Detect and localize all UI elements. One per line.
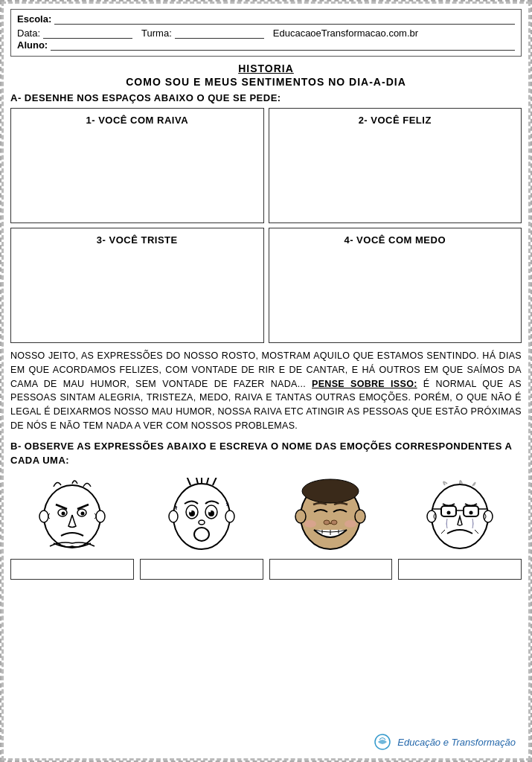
svg-point-47: [469, 510, 473, 514]
svg-point-7: [61, 511, 65, 515]
face-svg-1: [31, 478, 113, 552]
face-drawing-1: [24, 474, 121, 556]
turma-label: Turma:: [141, 28, 172, 39]
aluno-label: Aluno:: [17, 39, 48, 51]
svg-point-22: [208, 510, 211, 512]
svg-line-16: [213, 478, 217, 485]
svg-line-15: [207, 478, 209, 484]
aluno-field[interactable]: [51, 39, 515, 51]
svg-point-24: [194, 528, 209, 541]
drawing-box-3: 3- VOCÊ TRISTE: [10, 228, 264, 343]
svg-point-37: [427, 510, 436, 522]
title-section: HISTORIA COMO SOU E MEUS SENTIMENTOS NO …: [10, 63, 522, 88]
footer-logo-icon: [372, 734, 393, 750]
data-label: Data:: [17, 28, 40, 39]
svg-point-46: [447, 510, 451, 514]
drawing-box-1: 1- VOCÊ COM RAIVA: [10, 108, 264, 223]
svg-point-27: [355, 510, 365, 523]
drawing-grid: 1- VOCÊ COM RAIVA 2- VOCÊ FELIZ 3- VOCÊ …: [10, 108, 522, 343]
page: Escola: Data: Turma: EducacaoeTransforma…: [0, 0, 532, 762]
box-3-label: 3- VOCÊ TRISTE: [97, 234, 178, 246]
escola-label: Escola:: [17, 13, 51, 25]
footer-logo: Educação e Transformação: [372, 734, 516, 750]
svg-point-1: [39, 510, 48, 522]
svg-point-10: [169, 510, 178, 522]
svg-point-28: [302, 479, 359, 503]
pense-sobre-isso: PENSE SOBRE ISSO:: [312, 379, 417, 389]
face-drawing-3: [282, 474, 379, 556]
svg-point-30: [331, 520, 337, 525]
website-text: EducacaoeTransformacao.com.br: [273, 28, 418, 39]
svg-point-29: [324, 520, 330, 525]
drawing-box-4: 4- VOCÊ COM MEDO: [269, 228, 522, 343]
box-1-label: 1- VOCÊ COM RAIVA: [86, 115, 188, 126]
face-answer-4[interactable]: [398, 559, 522, 580]
data-field[interactable]: [43, 27, 132, 39]
face-item-2: [140, 474, 263, 580]
escola-field[interactable]: [54, 13, 515, 25]
svg-point-2: [96, 510, 105, 522]
face-item-4: [398, 474, 522, 580]
box-2-label: 2- VOCÊ FELIZ: [359, 115, 432, 126]
faces-row: [10, 474, 522, 580]
face-item-1: [10, 474, 134, 580]
instruction-b: B- OBSERVE AS EXPRESSÕES ABAIXO E ESCREV…: [10, 439, 522, 468]
svg-point-34: [304, 520, 316, 528]
svg-point-38: [484, 510, 493, 522]
svg-line-13: [196, 478, 198, 484]
box-4-label: 4- VOCÊ COM MEDO: [344, 234, 446, 246]
title-main: COMO SOU E MEUS SENTIMENTOS NO DIA-A-DIA: [10, 76, 522, 88]
escola-line: Escola:: [17, 13, 515, 25]
instruction-a: A- DESENHE NOS ESPAÇOS ABAIXO O QUE SE P…: [10, 92, 522, 103]
face-answer-2[interactable]: [140, 559, 263, 580]
svg-point-21: [189, 510, 191, 512]
svg-point-11: [225, 510, 234, 522]
svg-line-12: [187, 478, 190, 485]
face-drawing-4: [411, 474, 508, 556]
title-historia: HISTORIA: [10, 63, 522, 74]
aluno-line: Aluno:: [17, 39, 515, 51]
face-drawing-2: [153, 474, 250, 556]
data-turma-line: Data: Turma: EducacaoeTransformacao.com.…: [17, 27, 515, 39]
svg-point-8: [80, 511, 84, 515]
face-svg-3: [289, 478, 371, 552]
data-group: Data:: [17, 27, 132, 39]
drawing-box-2: 2- VOCÊ FELIZ: [269, 108, 522, 223]
footer-logo-text: Educação e Transformação: [397, 737, 516, 748]
face-svg-2: [161, 478, 243, 552]
text-block: NOSSO JEITO, AS EXPRESSÕES DO NOSSO ROST…: [10, 349, 522, 433]
face-answer-3[interactable]: [269, 559, 393, 580]
svg-point-26: [295, 510, 306, 523]
face-answer-1[interactable]: [10, 559, 134, 580]
header-section: Escola: Data: Turma: EducacaoeTransforma…: [10, 9, 522, 57]
svg-point-35: [344, 520, 356, 528]
face-item-3: [269, 474, 393, 580]
face-svg-4: [419, 478, 501, 552]
turma-field[interactable]: [175, 27, 264, 39]
turma-group: Turma:: [141, 27, 264, 39]
